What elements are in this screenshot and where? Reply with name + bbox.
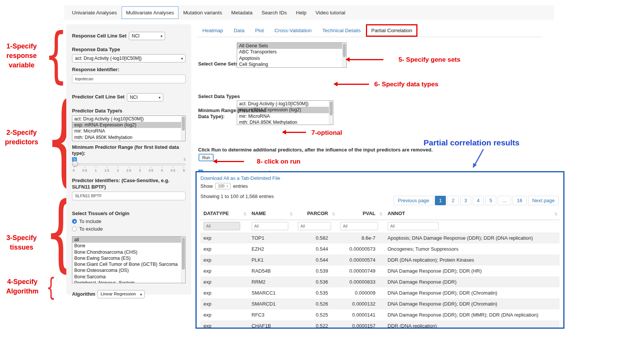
list-option[interactable]: mth: DNA 850K Methylation	[72, 134, 185, 140]
page-button[interactable]: 2	[447, 196, 458, 205]
run-button[interactable]: Run	[199, 154, 214, 161]
slider-max-label: 5	[184, 158, 186, 161]
tab-technical-details[interactable]: Technical Details	[317, 25, 366, 36]
entries-count-select[interactable]: 100	[215, 183, 231, 189]
column-header-datatype[interactable]: DATATYPE	[200, 208, 249, 220]
min-predictor-range-slider[interactable]: 0 5 0 0.5 1 1.5 2 2.5 3 3.5 4 4.5 5	[72, 157, 186, 175]
list-option[interactable]: Cell Signaling	[237, 61, 346, 67]
scrollbar[interactable]	[181, 116, 185, 141]
table-row[interactable]: expEZH2 0.5440.00000573 Oncogenes; Tumor…	[200, 243, 560, 254]
tab-cross-validation[interactable]: Cross-Validation	[269, 25, 317, 36]
table-row[interactable]: expPLK1 0.5440.00000574 DDR (DNA replica…	[200, 254, 560, 265]
next-page-button[interactable]: Next page	[528, 196, 559, 205]
table-row[interactable]: expCHAF1B 0.5220.0000157 DDR (DNA replic…	[200, 320, 560, 329]
predictor-cell-line-set-select[interactable]: NCI	[127, 93, 163, 101]
algorithm-select[interactable]: Linear Regression	[97, 290, 144, 298]
table-row[interactable]: expSMARCC1 0.5350.000009 DNA Damage Resp…	[200, 287, 560, 298]
download-link[interactable]: Download All as a Tab-Delimited File	[200, 175, 560, 181]
nav-search-ids[interactable]: Search IDs	[257, 6, 291, 19]
predictor-data-types-listbox[interactable]: act: Drug Activity (-log10[IC50M]) exp: …	[72, 115, 186, 141]
sort-icon[interactable]	[379, 211, 383, 217]
tick-label: 4.5	[170, 169, 175, 172]
list-option[interactable]: All Gene Sets	[237, 43, 346, 49]
list-option[interactable]: Peripheral_Nervous_System	[72, 280, 185, 283]
list-option[interactable]: act: Drug Activity (-log10[IC50M])	[72, 116, 185, 122]
filter-name-input[interactable]	[252, 222, 288, 230]
top-navigation: Univariate Analyses Multivariate Analyse…	[64, 5, 554, 20]
table-row[interactable]: expRFC3 0.5250.0000141 DNA Damage Respon…	[200, 309, 560, 320]
list-option[interactable]: act: Drug Activity (-log10[IC50M])	[237, 101, 333, 107]
sort-icon[interactable]	[243, 211, 247, 217]
column-header-parcor[interactable]: PARCOR	[295, 208, 337, 220]
list-option[interactable]: Bone:Ewing Sarcoma (ES)	[72, 255, 185, 261]
entries-label: entries	[233, 183, 248, 189]
list-option[interactable]: Bone	[72, 243, 185, 249]
list-option[interactable]: ABC Transporters	[237, 49, 346, 55]
column-header-name[interactable]: NAME	[249, 208, 295, 220]
tab-plot[interactable]: Plot	[250, 25, 269, 36]
tissue-listbox[interactable]: all Bone Bone:Chondrosarcoma (CHS) Bone:…	[72, 236, 186, 283]
page-button[interactable]: 1	[435, 196, 446, 205]
scrollbar[interactable]	[181, 237, 185, 283]
annotation-step8: 8- click on run	[257, 157, 300, 166]
table-row[interactable]: expRRM2 0.5360.00000833 DNA Damage Respo…	[200, 276, 560, 287]
nav-mutation-variants[interactable]: Mutation variants	[178, 6, 227, 19]
tick-label: 3.5	[148, 169, 153, 172]
list-option[interactable]: all	[72, 237, 185, 243]
list-option[interactable]: exp: mRNA Expression (log2)	[72, 122, 185, 128]
page-ellipsis: …	[498, 196, 511, 205]
tissue-include-radio[interactable]: To include	[72, 218, 186, 224]
table-row[interactable]: expRAD54B 0.5390.00000749 DNA Damage Res…	[200, 265, 560, 276]
slider-track[interactable]	[72, 163, 186, 165]
column-header-annot[interactable]: ANNOT	[385, 208, 560, 220]
sort-icon[interactable]	[289, 211, 293, 217]
table-row[interactable]: expSMARCD1 0.5260.0000132 DNA Damage Res…	[200, 298, 560, 309]
tick-label: 4	[161, 169, 163, 172]
tab-partial-correlation[interactable]: Partial Correlation	[366, 24, 417, 37]
page-button[interactable]: 3	[460, 196, 471, 205]
tissue-exclude-radio[interactable]: To exclude	[72, 226, 186, 232]
response-data-type-select[interactable]: act: Drug Activity (-log10[IC50M])	[72, 54, 186, 62]
list-option[interactable]: Bone:Chondrosarcoma (CHS)	[72, 249, 185, 255]
nav-help[interactable]: Help	[291, 6, 311, 19]
annotation-step1: 1-Specify response variable	[2, 42, 42, 70]
tab-data[interactable]: Data	[228, 25, 250, 36]
arrow-step5	[349, 59, 383, 60]
header-row: DATATYPE NAME PARCOR PVAL ANNOT	[200, 208, 560, 220]
nav-video-tutorial[interactable]: Video tutorial	[311, 6, 350, 19]
list-option[interactable]: Apoptosis	[237, 55, 346, 61]
filter-datatype-input[interactable]	[203, 222, 240, 230]
predictor-identifiers-input[interactable]	[72, 192, 186, 200]
tissue-origin-label: Select Tissue/s of Origin	[72, 211, 186, 217]
scrollbar[interactable]	[342, 43, 346, 67]
list-option[interactable]: Bone:Giant Cell Tumor of Bone (GCTB) Sar…	[72, 261, 185, 267]
scrollbar[interactable]	[329, 101, 333, 125]
response-identifier-input[interactable]	[72, 75, 186, 83]
gene-sets-listbox[interactable]: All Gene Sets ABC Transporters Apoptosis…	[237, 42, 347, 68]
response-identifier-label: Response Identifier:	[72, 67, 186, 73]
sort-icon[interactable]	[332, 211, 335, 217]
filter-parcor-input[interactable]	[298, 222, 331, 230]
brace-step1: {	[45, 25, 67, 85]
table-row[interactable]: expTOP1 0.5828.6e-7 Apoptosis; DNA Damag…	[200, 232, 560, 243]
nav-univariate-analyses[interactable]: Univariate Analyses	[67, 6, 122, 19]
page-button[interactable]: 16	[513, 196, 526, 205]
filter-annot-input[interactable]	[388, 222, 439, 230]
list-option[interactable]: Bone:Sarcoma	[72, 274, 185, 280]
page-button[interactable]: 5	[485, 196, 496, 205]
nav-metadata[interactable]: Metadata	[227, 6, 257, 19]
radio-on-icon	[72, 219, 77, 224]
filter-pval-input[interactable]	[340, 222, 378, 230]
previous-page-button[interactable]: Previous page	[394, 196, 433, 205]
response-data-type-label: Response Data Type	[72, 47, 186, 53]
response-cell-line-set-select[interactable]: NCI	[129, 32, 165, 40]
page-button[interactable]: 4	[473, 196, 484, 205]
list-option[interactable]: mth: DNA 850K Methylation	[237, 119, 333, 125]
tab-heatmap[interactable]: Heatmap	[197, 25, 228, 36]
list-option[interactable]: mir: MicroRNA	[72, 128, 185, 134]
column-header-pval[interactable]: PVAL	[337, 208, 385, 220]
sort-icon[interactable]	[554, 211, 558, 217]
nav-multivariate-analyses[interactable]: Multivariate Analyses	[122, 6, 179, 19]
list-option[interactable]: Bone:Osteosarcoma (OS)	[72, 267, 185, 273]
slider-handle[interactable]	[72, 161, 78, 167]
